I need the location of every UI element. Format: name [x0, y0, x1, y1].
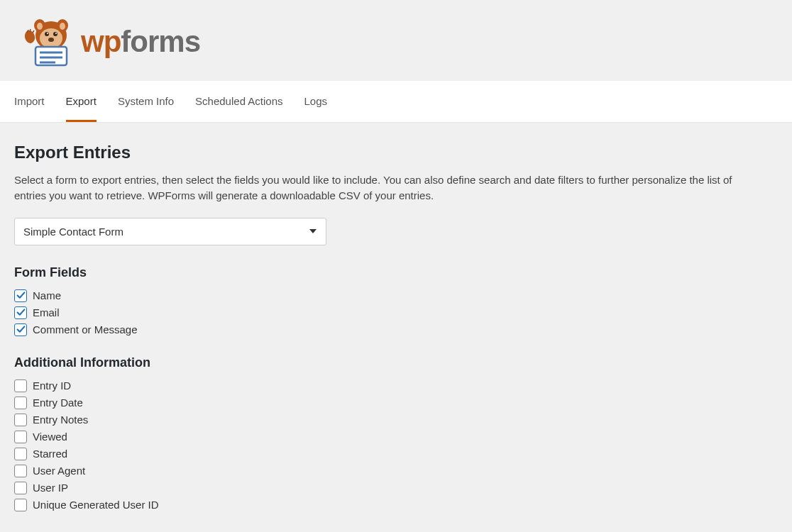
- header: wpforms: [0, 0, 792, 81]
- form-field-label[interactable]: Name: [33, 289, 61, 301]
- tab-export[interactable]: Export: [66, 81, 97, 122]
- additional-info-heading: Additional Information: [14, 355, 778, 370]
- form-field-checkbox[interactable]: [14, 289, 27, 302]
- additional-field-row: Unique Generated User ID: [14, 497, 778, 514]
- svg-point-6: [45, 32, 49, 36]
- form-select[interactable]: Simple Contact Form: [14, 218, 326, 245]
- form-field-label[interactable]: Comment or Message: [33, 323, 138, 336]
- page-description: Select a form to export entries, then se…: [14, 172, 766, 204]
- form-select-wrap: Simple Contact Form: [14, 218, 326, 245]
- additional-field-checkbox[interactable]: [14, 482, 27, 494]
- additional-field-label[interactable]: User IP: [33, 482, 68, 494]
- additional-field-row: Entry Notes: [14, 411, 778, 428]
- wpforms-logo: wpforms: [14, 17, 778, 67]
- logo-text: wpforms: [81, 25, 200, 59]
- additional-field-row: Entry Date: [14, 394, 778, 411]
- svg-point-9: [55, 33, 57, 34]
- form-field-row: Name: [14, 287, 778, 304]
- form-field-row: Email: [14, 304, 778, 321]
- additional-field-label[interactable]: Entry Date: [33, 397, 83, 409]
- tab-logs[interactable]: Logs: [304, 81, 328, 122]
- additional-field-row: Entry ID: [14, 377, 778, 394]
- additional-field-label[interactable]: Viewed: [33, 431, 67, 443]
- additional-field-checkbox[interactable]: [14, 414, 27, 426]
- additional-field-label[interactable]: User Agent: [33, 465, 85, 477]
- form-fields-heading: Form Fields: [14, 265, 778, 280]
- form-field-row: Comment or Message: [14, 321, 778, 338]
- svg-point-10: [48, 38, 54, 42]
- page-title: Export Entries: [14, 143, 778, 162]
- additional-field-checkbox[interactable]: [14, 465, 27, 477]
- form-field-label[interactable]: Email: [33, 306, 60, 318]
- tabs-nav: ImportExportSystem InfoScheduled Actions…: [0, 81, 792, 123]
- additional-field-label[interactable]: Unique Generated User ID: [33, 499, 159, 511]
- additional-field-label[interactable]: Entry ID: [33, 379, 71, 392]
- additional-field-row: User IP: [14, 480, 778, 497]
- form-field-checkbox[interactable]: [14, 306, 27, 319]
- svg-point-4: [60, 23, 65, 30]
- additional-field-row: Viewed: [14, 428, 778, 445]
- svg-point-3: [37, 23, 43, 30]
- additional-field-row: Starred: [14, 445, 778, 462]
- additional-field-label[interactable]: Starred: [33, 448, 67, 460]
- wpforms-mascot-icon: [14, 17, 74, 67]
- additional-field-checkbox[interactable]: [14, 448, 27, 460]
- tab-scheduled-actions[interactable]: Scheduled Actions: [195, 81, 282, 122]
- additional-field-checkbox[interactable]: [14, 499, 27, 511]
- additional-field-checkbox[interactable]: [14, 379, 27, 392]
- additional-field-label[interactable]: Entry Notes: [33, 414, 88, 426]
- additional-field-checkbox[interactable]: [14, 397, 27, 409]
- additional-field-checkbox[interactable]: [14, 431, 27, 443]
- svg-point-7: [53, 32, 57, 36]
- main-content: Export Entries Select a form to export e…: [0, 123, 792, 532]
- tab-system-info[interactable]: System Info: [118, 81, 174, 122]
- form-field-checkbox[interactable]: [14, 323, 27, 336]
- additional-info-list: Entry IDEntry DateEntry NotesViewedStarr…: [14, 377, 778, 514]
- additional-field-row: User Agent: [14, 462, 778, 480]
- form-fields-list: NameEmailComment or Message: [14, 287, 778, 338]
- tab-import[interactable]: Import: [14, 81, 45, 122]
- svg-point-8: [47, 33, 48, 34]
